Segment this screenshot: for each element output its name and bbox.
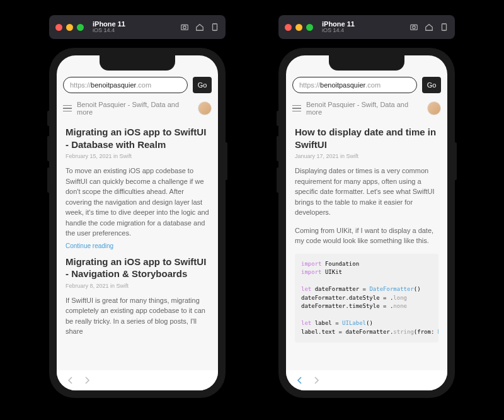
post-title[interactable]: Migrating an iOS app to SwiftUI - Naviga… <box>66 256 209 280</box>
bottom-bar <box>57 370 218 390</box>
article-paragraph: Coming from UIKit, if I want to display … <box>295 225 438 246</box>
os-version: iOS 14.4 <box>93 28 175 34</box>
code-block: import Foundation import UIKit let dateF… <box>295 254 438 343</box>
url-input[interactable]: https://benoitpasquier.com <box>292 77 417 93</box>
go-button[interactable]: Go <box>193 77 212 93</box>
avatar[interactable] <box>427 101 441 115</box>
svg-point-4 <box>413 26 415 28</box>
zoom-icon[interactable] <box>306 24 313 31</box>
screenshot-icon[interactable] <box>410 23 418 31</box>
bottom-bar <box>286 370 447 390</box>
go-button[interactable]: Go <box>422 77 441 93</box>
avatar[interactable] <box>198 101 212 115</box>
post-item: Migrating an iOS app to SwiftUI - Databa… <box>66 126 209 249</box>
simulator-right: iPhone 11 iOS 14.4 https://benoitpasquie… <box>278 15 455 398</box>
forward-icon[interactable] <box>82 375 92 385</box>
post-excerpt: If SwiftUI is great for many things, mig… <box>66 295 209 337</box>
minimize-icon[interactable] <box>66 24 73 31</box>
post-excerpt: To move an existing iOS app codebase to … <box>66 166 209 239</box>
article-meta: January 17, 2021 in Swift <box>295 153 438 159</box>
continue-reading-link[interactable]: Continue reading <box>66 242 209 249</box>
rotate-icon[interactable] <box>210 23 219 31</box>
url-input[interactable]: https://benoitpasquier.com <box>63 77 188 93</box>
menu-icon[interactable] <box>292 105 301 112</box>
minimize-icon[interactable] <box>295 24 302 31</box>
close-icon[interactable] <box>55 24 62 31</box>
article-title: How to display date and time in SwiftUI <box>295 126 438 150</box>
screenshot-icon[interactable] <box>180 23 189 31</box>
menu-icon[interactable] <box>63 105 72 112</box>
svg-rect-2 <box>213 24 217 31</box>
post-meta: February 8, 2021 in Swift <box>66 283 209 289</box>
article-paragraph: Displaying dates or times is a very comm… <box>295 166 438 218</box>
post-item: Migrating an iOS app to SwiftUI - Naviga… <box>66 256 209 337</box>
os-version: iOS 14.4 <box>322 28 404 34</box>
zoom-icon[interactable] <box>77 24 84 31</box>
site-title: Benoit Pasquier - Swift, Data and more <box>77 101 193 116</box>
post-meta: February 15, 2021 in Swift <box>66 153 209 159</box>
site-title: Benoit Pasquier - Swift, Data and more <box>306 101 422 116</box>
simulator-left: iPhone 11 iOS 14.4 https://benoitpasquie… <box>49 15 226 398</box>
svg-point-1 <box>183 26 186 28</box>
back-icon[interactable] <box>66 375 76 385</box>
post-title[interactable]: Migrating an iOS app to SwiftUI - Databa… <box>66 126 209 150</box>
phone-frame: https://benoitpasquier.com Go Benoit Pas… <box>278 48 455 398</box>
simulator-titlebar[interactable]: iPhone 11 iOS 14.4 <box>278 15 455 39</box>
rotate-icon[interactable] <box>440 23 449 31</box>
simulator-titlebar[interactable]: iPhone 11 iOS 14.4 <box>49 15 226 39</box>
close-icon[interactable] <box>285 24 292 31</box>
phone-frame: https://benoitpasquier.com Go Benoit Pas… <box>49 48 226 398</box>
back-icon[interactable] <box>295 375 305 385</box>
svg-rect-5 <box>442 24 447 31</box>
home-icon[interactable] <box>425 23 433 31</box>
article: How to display date and time in SwiftUI … <box>295 126 438 343</box>
forward-icon[interactable] <box>311 375 321 385</box>
home-icon[interactable] <box>195 23 204 31</box>
